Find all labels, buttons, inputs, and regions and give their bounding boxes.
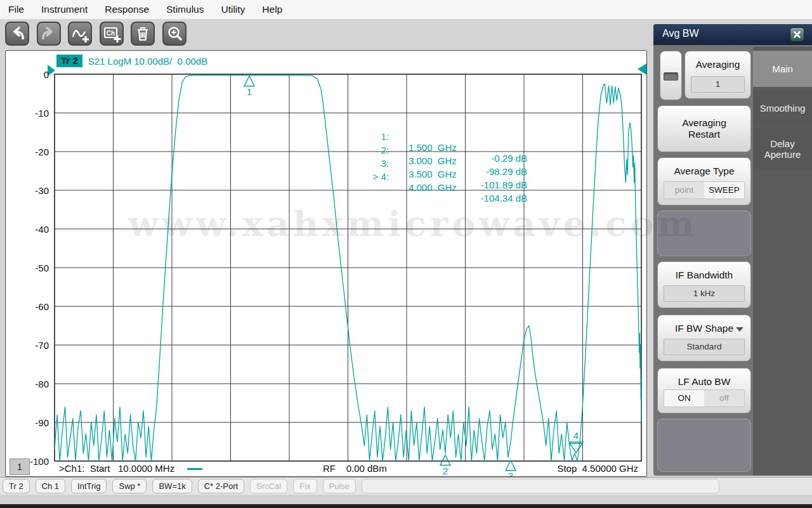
plot-window: 1234 Tr 2 S21 LogM 10.00dB/ 0.00dB 0 -10… [5,50,647,477]
status-inttrig-button[interactable]: IntTrig [71,479,107,493]
empty-softkey [657,211,751,256]
average-type-label: Average Type [658,166,750,177]
marker-id: 2: [342,145,389,155]
bottom-strip [0,495,812,504]
status-srccal-button[interactable]: SrcCal [250,479,287,493]
trace-info-label[interactable]: S21 LogM 10.00dB/ 0.00dB [88,56,207,67]
marker-id: > 4: [342,171,389,182]
tab-smoothing[interactable]: Smoothing [753,91,812,126]
average-type-segmented: point SWEEP [664,181,745,199]
averaging-restart-label: Averaging Restart [658,117,750,140]
if-bandwidth-label: IF Bandwidth [658,270,750,281]
rf-power-label: RF 0.00 dBm [323,463,387,474]
lf-auto-bw-option-on[interactable]: ON [664,390,704,407]
average-type-button[interactable]: Average Type point SWEEP [657,157,751,205]
menu-instrument[interactable]: Instrument [41,4,88,15]
channel-number-badge[interactable]: 1 [10,459,30,475]
status-tr2-button[interactable]: Tr 2 [3,479,30,493]
status-empty-slot [362,479,719,493]
window-bottom-edge [0,504,812,508]
y-tick-4: -40 [22,224,49,235]
undo-button[interactable] [5,22,29,46]
y-tick-2: -20 [22,147,49,157]
y-tick-5: -50 [22,263,49,273]
redo-icon [38,23,60,44]
menu-file[interactable]: File [8,4,24,15]
menu-help[interactable]: Help [262,4,282,15]
status-fix-button[interactable]: Fix [293,479,317,493]
trace-header: Tr 2 S21 LogM 10.00dB/ 0.00dB [56,55,207,67]
marker-frequency: 3.500 GHz [409,169,485,179]
svg-text:Ch: Ch [107,30,115,37]
marker-frequency: 1.500 GHz [409,142,485,153]
marker-frequency: 4.000 GHz [409,182,485,193]
y-tick-3: -30 [22,185,49,196]
status-swp-button[interactable]: Swp * [112,479,147,493]
y-tick-8: -80 [22,379,49,389]
marker-readout-row: 2: 3.000 GHz -98.29 dB [6,134,16,147]
lf-auto-bw-label: LF Auto BW [658,376,750,388]
y-tick-0: 0 [22,69,49,80]
menu-utility[interactable]: Utility [221,4,245,15]
tab-main[interactable]: Main [753,51,812,87]
menu-stimulus[interactable]: Stimulus [166,4,204,15]
y-tick-9: -90 [22,417,49,428]
close-icon [793,30,801,39]
zoom-button[interactable] [162,22,187,46]
marker-readout-row: 1: 1.500 GHz -0.29 dB [6,120,16,133]
averaging-toggle-button[interactable] [660,51,682,100]
menu-bar: File Instrument Response Stimulus Utilit… [0,0,812,19]
status-ch1-button[interactable]: Ch 1 [36,479,65,493]
lf-auto-bw-segmented: ON off [664,389,745,407]
start-frequency-label: >Ch1: Start 10.0000 MHz [59,463,174,474]
panel-title: Avg BW [662,28,699,39]
trace-number-badge[interactable]: Tr 2 [56,55,82,67]
menu-response[interactable]: Response [105,4,149,15]
if-bw-shape-value[interactable]: Standard [664,339,745,355]
stimulus-status-line: >Ch1: Start 10.0000 MHz RF 0.00 dBm Stop… [6,463,646,476]
if-bandwidth-button[interactable]: IF Bandwidth 1 kHz [657,261,751,308]
trace-color-dash [187,468,202,470]
add-channel-icon: Ch [101,23,122,44]
trash-icon [132,23,154,44]
redo-button[interactable] [37,22,61,46]
marker-id: 1: [342,131,389,142]
averaging-value[interactable]: 1 [691,76,745,93]
if-bandwidth-value[interactable]: 1 kHz [664,285,745,302]
marker-frequency: 3.000 GHz [409,155,485,166]
close-button[interactable] [790,27,804,42]
marker-value: -104.34 dB [451,193,527,204]
marker-triangle-icon [570,443,582,453]
average-type-option-sweep[interactable]: SWEEP [704,182,744,199]
y-tick-1: -10 [22,108,49,119]
add-channel-button[interactable]: Ch [100,22,124,46]
y-tick-7: -70 [22,340,49,351]
lf-auto-bw-option-off[interactable]: off [704,390,744,407]
stop-frequency-label: Stop 4.50000 GHz [557,463,638,474]
lf-auto-bw-button[interactable]: LF Auto BW ON off [657,368,751,414]
avg-bw-panel: Avg BW Main Smoothing Delay Aperture Ave… [653,24,812,476]
averaging-button[interactable]: Averaging 1 [684,51,751,99]
status-2port-button[interactable]: C* 2-Port [198,479,244,493]
add-trace-button[interactable] [68,22,92,46]
averaging-restart-button[interactable]: Averaging Restart [657,105,751,152]
if-bw-shape-button[interactable]: IF BW Shape Standard [657,315,751,361]
panel-title-bar[interactable]: Avg BW [653,24,812,45]
add-trace-icon [69,23,91,44]
delete-button[interactable] [131,22,155,46]
ref-level-right-icon [638,63,646,75]
toggle-led-icon [664,72,678,81]
status-pulse-button[interactable]: Pulse [323,479,357,493]
marker-label: 1 [247,86,252,97]
y-tick-6: -60 [22,301,49,312]
average-type-option-point[interactable]: point [664,182,704,199]
s21-trace-plot[interactable]: 1234 [6,51,646,476]
dropdown-arrow-icon [736,327,743,332]
undo-icon [6,23,28,44]
status-bw-button[interactable]: BW=1k [152,479,192,493]
tab-delay-aperture[interactable]: Delay Aperture [753,127,812,170]
magnifier-plus-icon [164,23,185,44]
marker-readout-row: 3: 3.500 GHz -101.89 dB [6,147,16,160]
empty-softkey [657,419,751,472]
marker-triangle-icon [244,76,254,86]
